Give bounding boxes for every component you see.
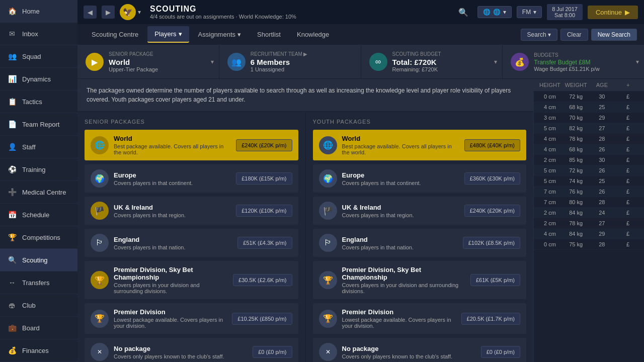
- package-item-europe-senior[interactable]: 🌍 Europe Covers players in that continen…: [85, 164, 298, 193]
- main-content: ◀ ▶ 🦅 ▾ SCOUTING 4/4 scouts are out on a…: [77, 0, 644, 362]
- club-badge-section: 🦅 ▾: [120, 4, 141, 20]
- tab-shortlist[interactable]: Shortlist: [250, 27, 288, 42]
- height-cell: 7 cm: [538, 189, 562, 195]
- extra-cell: £: [616, 199, 640, 205]
- weight-cell: 74 kg: [564, 178, 588, 184]
- package-item-uk-ireland-youth[interactable]: 🏴 UK & Ireland Covers players in that re…: [313, 197, 527, 225]
- package-item-premier-sky-senior[interactable]: 🏆 Premier Division, Sky Bet Championship…: [85, 261, 298, 299]
- sidebar-item-squad[interactable]: 👥 Squad: [0, 45, 77, 68]
- package-price-button[interactable]: £20.5K (£1.7K p/m): [461, 313, 520, 325]
- sidebar-item-training[interactable]: ⚽ Training: [0, 158, 77, 181]
- package-price-button[interactable]: £102K (£8.5K p/m): [463, 237, 520, 249]
- england-youth-icon: 🏳: [319, 234, 337, 252]
- table-row[interactable]: 0 cm 72 kg 30 £: [534, 92, 644, 102]
- tab-knowledge[interactable]: Knowledge: [290, 27, 336, 42]
- package-item-premier-sky-youth[interactable]: 🏆 Premier Division, Sky Bet Championship…: [313, 261, 527, 299]
- table-row[interactable]: 4 cm 68 kg 25 £: [534, 102, 644, 113]
- table-row[interactable]: 2 cm 78 kg 27 £: [534, 218, 644, 229]
- package-item-uk-ireland-senior[interactable]: 🏴 UK & Ireland Covers players in that re…: [85, 197, 298, 225]
- search-dropdown-button[interactable]: Search ▾: [521, 29, 557, 41]
- table-row[interactable]: 3 cm 70 kg 29 £: [534, 113, 644, 123]
- tab-players[interactable]: Players ▾: [147, 26, 189, 43]
- tab-assignments[interactable]: Assignments ▾: [191, 27, 248, 42]
- senior-packages-header: SENIOR PACKAGES: [85, 119, 298, 125]
- scouting-budget-info: SCOUTING BUDGET Total: £720K Remaining: …: [392, 51, 441, 72]
- extra-cell: £: [616, 241, 640, 247]
- package-item-england-youth[interactable]: 🏳 England Covers players in that nation.…: [313, 229, 527, 257]
- back-button[interactable]: ◀: [84, 6, 97, 19]
- sidebar-item-schedule[interactable]: 📅 Schedule: [0, 204, 77, 226]
- fm-dropdown[interactable]: FM ▾: [517, 6, 542, 18]
- height-cell: 5 cm: [538, 178, 562, 184]
- package-price-button[interactable]: £51K (£4.3K p/m): [237, 237, 292, 249]
- sidebar-item-finances[interactable]: 💰 Finances: [0, 339, 77, 362]
- table-row[interactable]: 4 cm 84 kg 29 £: [534, 229, 644, 239]
- recruitment-section[interactable]: 👥 RECRUITMENT TEAM ▶ 6 Members 1 Unassig…: [219, 45, 361, 78]
- package-item-premier-youth[interactable]: 🏆 Premier Division Lowest package availa…: [313, 303, 527, 334]
- sidebar-item-home[interactable]: 🏠 Home: [0, 0, 77, 23]
- world-package-icon: 🌐: [91, 136, 109, 154]
- world-icon: 🌐: [483, 9, 491, 16]
- sidebar-item-medical-centre[interactable]: ➕ Medical Centre: [0, 181, 77, 204]
- table-row[interactable]: 0 cm 75 kg 28 £: [534, 239, 644, 250]
- package-item-england-senior[interactable]: 🏳 England Covers players in that nation.…: [85, 229, 298, 257]
- scouting-budget-section[interactable]: ∞ SCOUTING BUDGET Total: £720K Remaining…: [361, 45, 503, 78]
- world-dropdown[interactable]: 🌐 🌐 ▾: [477, 6, 512, 18]
- sidebar-item-club[interactable]: 🏟 Club: [0, 294, 77, 317]
- height-cell: 5 cm: [538, 125, 562, 131]
- sidebar-item-inbox[interactable]: ✉ Inbox: [0, 23, 77, 45]
- package-item-europe-youth[interactable]: 🌍 Europe Covers players in that continen…: [313, 164, 527, 193]
- table-row[interactable]: 7 cm 76 kg 26 £: [534, 187, 644, 197]
- package-price-button[interactable]: £480K (£40K p/m): [464, 139, 520, 151]
- continue-button[interactable]: Continue ▶: [588, 6, 638, 19]
- package-price-button[interactable]: £240K (£20K p/m): [464, 205, 520, 217]
- package-columns: SENIOR PACKAGES 🌐 World Best package ava…: [77, 112, 533, 362]
- sidebar-item-tactics[interactable]: 📋 Tactics: [0, 90, 77, 113]
- height-cell: 3 cm: [538, 115, 562, 121]
- package-price-button[interactable]: £180K (£15K p/m): [236, 172, 292, 185]
- package-price-button[interactable]: £360K (£30K p/m): [464, 172, 520, 185]
- sidebar-item-board[interactable]: 💼 Board: [0, 317, 77, 339]
- table-row[interactable]: 2 cm 84 kg 24 £: [534, 208, 644, 218]
- package-price-button[interactable]: £61K (£5K p/m): [470, 274, 520, 286]
- weight-header: WEIGHT: [564, 82, 588, 88]
- table-row[interactable]: 5 cm 82 kg 27 £: [534, 123, 644, 134]
- package-price-button[interactable]: £10.25K (£850 p/m): [232, 313, 292, 325]
- sidebar-item-transfers[interactable]: ↔ Transfers: [0, 272, 77, 294]
- budgets-section[interactable]: 💰 BUDGETS Transfer Budget £8M Wage Budge…: [503, 45, 644, 78]
- search-button[interactable]: 🔍: [454, 6, 472, 19]
- package-item-world-senior[interactable]: 🌐 World Best package available. Covers a…: [85, 130, 298, 160]
- sidebar-item-staff[interactable]: 👤 Staff: [0, 136, 77, 158]
- sidebar-item-competitions[interactable]: 🏆 Competitions: [0, 226, 77, 249]
- sidebar-item-label: Medical Centre: [22, 189, 66, 196]
- table-row[interactable]: 4 cm 68 kg 26 £: [534, 144, 644, 155]
- club-dropdown-arrow[interactable]: ▾: [138, 9, 141, 16]
- packages-panel: The packages owned determine the number …: [77, 79, 533, 362]
- budgets-label: BUDGETS: [534, 52, 599, 58]
- date-line1: 8 Jul 2017: [552, 6, 578, 12]
- table-row[interactable]: 5 cm 74 kg 25 £: [534, 176, 644, 187]
- package-item-premier-senior[interactable]: 🏆 Premier Division Lowest package availa…: [85, 303, 298, 334]
- senior-package-section[interactable]: ▶ SENIOR PACKAGE World Upper-Tier Packag…: [77, 45, 219, 78]
- package-item-world-youth[interactable]: 🌐 World Best package available. Covers a…: [313, 130, 527, 160]
- height-header: HEIGHT: [538, 82, 562, 88]
- package-price-button[interactable]: £240K (£20K p/m): [236, 139, 292, 151]
- table-row[interactable]: 7 cm 80 kg 28 £: [534, 197, 644, 208]
- package-price-button[interactable]: £30.5K (£2.6K p/m): [233, 274, 292, 286]
- sidebar-item-team-report[interactable]: 📄 Team Report: [0, 113, 77, 136]
- clear-button[interactable]: Clear: [560, 29, 588, 41]
- forward-button[interactable]: ▶: [102, 6, 115, 19]
- package-price-button[interactable]: £0 (£0 p/m): [253, 346, 292, 358]
- table-row[interactable]: 4 cm 78 kg 28 £: [534, 134, 644, 144]
- package-price-button[interactable]: £120K (£10K p/m): [236, 205, 292, 217]
- table-row[interactable]: 5 cm 72 kg 26 £: [534, 165, 644, 176]
- new-search-button[interactable]: New Search: [591, 29, 637, 41]
- sidebar-item-scouting[interactable]: 🔍 Scouting: [0, 249, 77, 272]
- package-price-button[interactable]: £0 (£0 p/m): [481, 346, 520, 358]
- sidebar-item-dynamics[interactable]: 📊 Dynamics: [0, 68, 77, 90]
- table-row[interactable]: 2 cm 85 kg 30 £: [534, 155, 644, 165]
- package-item-none-senior[interactable]: ✕ No package Covers only players known t…: [85, 338, 298, 362]
- package-item-none-youth[interactable]: ✕ No package Covers only players known t…: [313, 338, 527, 362]
- package-info: World Best package available. Covers all…: [342, 135, 459, 155]
- tab-scouting-centre[interactable]: Scouting Centre: [85, 27, 145, 42]
